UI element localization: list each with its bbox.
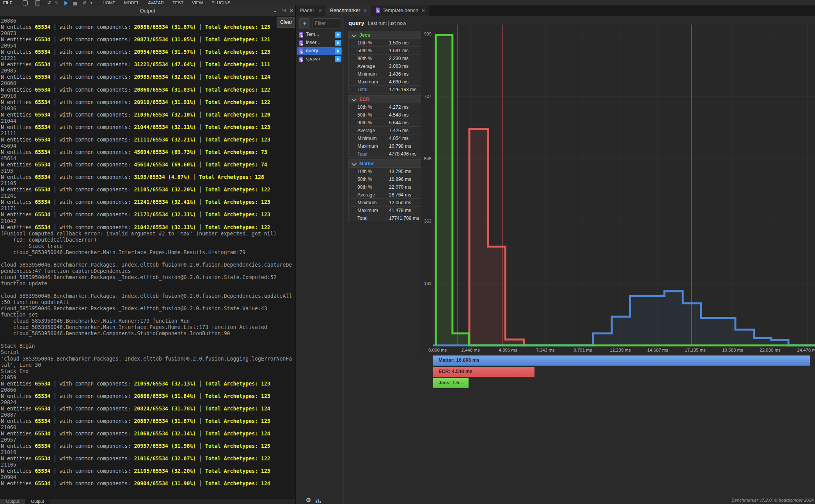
document-tabbar: Place1✕Benchmarker✕Template.bench✕ [296,5,815,16]
stat-value: 4.690 ms [389,79,408,85]
stat-value: 1726.163 ms [389,87,416,92]
panel-close-icon[interactable]: ✕ [289,8,293,13]
benchmark-item-query[interactable]: query [297,47,342,55]
log-line: function set [1,312,292,318]
settings-gear-icon[interactable]: ⚙ [306,497,313,504]
stat-value: 3.063 ms [389,64,408,69]
stats-row: Total1726.163 ms [348,86,425,94]
output-console[interactable]: 20886N entities 65534 │ with common comp… [0,17,295,499]
log-line: cloud_5853950046.Benchmarker.Main.Interf… [1,324,292,331]
output-tab-0[interactable]: Output [0,499,25,504]
run-benchmark-button[interactable] [335,40,341,46]
run-benchmark-button[interactable] [335,48,341,54]
stats-section-title: Jecs [359,32,370,38]
log-line: 21059 [1,375,292,381]
stats-row: Total4778.496 ms [348,150,425,158]
log-line: N entities 65534 │ with common component… [1,481,292,487]
log-line: 21060 [1,424,292,431]
benchmark-item-spawn[interactable]: spawn [297,55,342,63]
run-benchmark-button[interactable] [335,32,341,38]
log-line: N entities 65534 │ with common component… [1,62,292,68]
view-toggle-icon[interactable] [315,497,321,504]
log-line: 20910 [1,93,292,99]
menu-avatar[interactable]: AVATAR [148,0,164,5]
benchmark-item-inser[interactable]: inser... [297,39,342,47]
output-panel-title: Output [0,5,295,16]
log-line [1,337,292,343]
stats-section-header-matter[interactable]: Matter [348,159,425,168]
tab-template-bench[interactable]: Template.bench✕ [371,5,430,16]
clipboard-icon[interactable] [23,0,28,5]
output-tab-1[interactable]: Output [25,499,50,504]
log-line: cloud_5853950046.Benchmarker.Packages._I… [1,293,292,299]
panel-chevron-down-icon[interactable]: ⌄ [273,8,277,13]
log-line: cloud_5853950046.Benchmarker.Main.Interf… [1,249,292,256]
stat-label: 90th % [357,120,372,126]
log-line: N entities 65534 │ with common component… [1,99,292,106]
log-line [1,287,292,293]
output-bottom-tabs: OutputOutput [0,499,295,504]
tab-benchmarker[interactable]: Benchmarker✕ [326,5,371,16]
log-line: N entities 65534 │ with common component… [1,137,292,143]
redo-icon[interactable]: ↻ [55,0,59,5]
menu-home[interactable]: HOME [103,0,115,5]
menu-plugins[interactable]: PLUGINS [211,0,230,5]
stats-row: Total17741.709 ms [348,214,425,222]
stat-value: 2.230 ms [389,56,408,61]
stats-row: Average3.063 ms [348,62,425,70]
stats-row: Average26.764 ms [348,191,425,199]
benchmark-list: Tem...inser...queryspawn [297,31,342,64]
tab-close-icon[interactable]: ✕ [363,8,367,13]
file-menu[interactable]: FILE [3,0,12,5]
x-axis-tick: 24.478 ms [797,348,815,352]
undo-icon[interactable]: ↺ [47,0,51,5]
x-axis-tick: 7.343 ms [536,348,555,352]
panel-dock-icon[interactable]: ⇲ [282,8,286,13]
stat-value: 5.644 ms [389,120,408,126]
stats-row: Average7.426 ms [348,127,425,134]
log-line: N entities 65534 │ with common component… [1,199,292,205]
add-benchmark-button[interactable]: + [299,18,310,29]
log-line: 20954 [1,43,292,49]
log-line: N entities 65534 │ with common component… [1,393,292,400]
benchmark-item-label: Tem... [306,32,319,37]
tab-close-icon[interactable]: ✕ [421,8,425,13]
stats-section-header-ecr[interactable]: ECR [348,95,425,103]
sidebar-splitter[interactable] [342,16,344,504]
stats-section-ecr: ECR10th %4.272 ms50th %4.548 ms90th %5.6… [348,95,425,158]
output-titlebar: Output ⌄ ⇲ ✕ [0,5,295,17]
menu-test[interactable]: TEST [172,0,183,5]
menu-view[interactable]: VIEW [192,0,203,5]
tab-close-icon[interactable]: ✕ [318,8,322,13]
dropdown-caret-icon[interactable]: ▾ [90,0,92,5]
log-line: 21016 [1,449,292,456]
loop-icon[interactable]: ↺ [82,0,86,5]
run-benchmark-button[interactable] [335,56,341,62]
log-line: N entities 65534 │ with common component… [1,418,292,424]
stat-label: Minimum [357,200,376,205]
tab-label: Benchmarker [330,7,360,13]
log-line: 31221 [1,55,292,62]
paste-icon[interactable] [35,0,40,5]
stats-section-header-jecs[interactable]: Jecs [348,31,425,39]
stat-label: Maximum [357,79,378,85]
clear-button[interactable]: Clear [277,17,296,28]
benchmark-item-Tem[interactable]: Tem... [297,31,342,39]
filter-input[interactable] [312,18,341,28]
legend-bar-jecs: Jecs: 1.591 ms [433,378,469,388]
tab-place1[interactable]: Place1✕ [296,5,326,16]
stat-value: 4.272 ms [389,104,408,110]
histogram-chart: 9097275453631810.000 ms2.448 ms4.896 ms7… [421,25,815,354]
play-icon[interactable] [64,1,68,5]
chevron-down-icon [352,161,357,166]
stat-label: Total [357,216,368,221]
stat-label: Maximum [357,143,378,149]
stop-icon[interactable] [73,2,77,5]
log-line: cloud_5853950046.Benchmarker.Main.Runner… [1,318,292,324]
log-line: pendencies:47 function captureDependenci… [1,268,292,274]
chart-legend: Matter: 16.896 msECR: 4.548 msJecs: 1.59… [433,355,810,389]
y-axis-tick: 181 [424,281,431,286]
last-run-label: Last run: just now [368,21,406,26]
menu-model[interactable]: MODEL [124,0,139,5]
x-axis-tick: 19.583 ms [722,348,743,352]
